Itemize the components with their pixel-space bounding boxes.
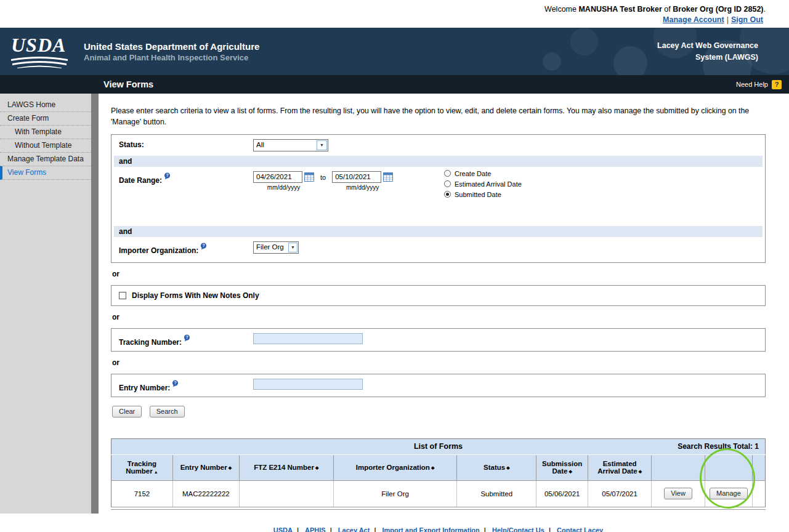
svg-text:?: ?: [203, 243, 205, 248]
results-table: List of Forms Search Results Total: 1 Tr…: [111, 438, 766, 507]
new-notes-checkbox[interactable]: [119, 292, 126, 299]
sidebar-item-manage-template-data[interactable]: Manage Template Data: [0, 153, 91, 166]
sort-icon: ◆: [315, 465, 318, 470]
footer-separator: |: [297, 526, 299, 532]
help-icon[interactable]: ?: [200, 243, 207, 250]
tracking-number-input[interactable]: [253, 333, 363, 344]
calendar-icon[interactable]: [383, 172, 393, 182]
date-range-label: Date Range:?: [119, 171, 253, 185]
search-button[interactable]: Search: [150, 406, 185, 417]
new-notes-checkbox-label: Display Forms With New Notes Only: [132, 291, 259, 300]
date-type-radio-group: Create Date Estimated Arrival Date Submi…: [444, 170, 522, 201]
main-content: Please enter search criteria to view a l…: [99, 94, 789, 514]
date-to-input[interactable]: [332, 171, 381, 183]
sign-out-link[interactable]: Sign Out: [731, 15, 763, 24]
footer-link-usda[interactable]: USDA: [273, 526, 293, 532]
entry-number-box: Entry Number:?: [111, 374, 766, 397]
page-title: View Forms: [103, 79, 153, 89]
column-header-status[interactable]: Status◆: [457, 454, 536, 480]
sort-asc-icon: ▲: [154, 470, 158, 474]
footer-link-help-contact-us[interactable]: Help/Contact Us: [492, 526, 544, 532]
footer-link-lacey-act[interactable]: Lacey Act: [338, 526, 370, 532]
footer-link-aphis[interactable]: APHIS: [305, 526, 326, 532]
sidebar-item-lawgs-home[interactable]: LAWGS Home: [0, 99, 91, 112]
help-icon[interactable]: ?: [184, 334, 190, 342]
table-row: 7152 MAC22222222 Filer Org Submitted 05/…: [111, 480, 766, 507]
sidebar-item-create-form[interactable]: Create Form: [0, 112, 91, 126]
sort-icon: ◆: [229, 465, 232, 470]
or-label: or: [112, 358, 764, 367]
radio-icon: [444, 191, 451, 198]
cell-submission-date: 05/06/2021: [536, 480, 588, 507]
tracking-number-label: Tracking Number:?: [119, 333, 253, 347]
svg-text:?: ?: [174, 381, 177, 385]
help-icon[interactable]: ?: [172, 380, 179, 387]
usda-stripes-icon: [11, 56, 68, 68]
footer-separator: |: [330, 526, 332, 532]
date-from-input[interactable]: [253, 171, 302, 183]
sidebar-item-with-template[interactable]: With Template: [0, 126, 91, 139]
column-header-estimated-arrival-date[interactable]: Estimated Arrival Date◆: [588, 454, 652, 480]
clear-button[interactable]: Clear: [112, 406, 142, 417]
search-criteria-box: Status: All ▼ and Date Range:?: [111, 134, 766, 263]
column-header-tracking-number[interactable]: Tracking Number▲: [111, 454, 173, 480]
sort-icon: ◆: [506, 465, 509, 470]
sidebar-item-without-template[interactable]: Without Template: [0, 139, 91, 153]
cell-estimated-arrival-date: 05/07/2021: [588, 480, 652, 507]
cell-status: Submitted: [457, 480, 536, 507]
view-button[interactable]: View: [664, 488, 692, 499]
manage-button[interactable]: Manage: [710, 488, 748, 499]
instructions-text: Please enter search criteria to view a l…: [111, 106, 766, 128]
results-total: Search Results Total: 1: [678, 442, 759, 451]
column-header-ftz-e214-number[interactable]: FTZ E214 Number◆: [239, 454, 333, 480]
form-actions: Clear Search: [112, 405, 764, 417]
radio-create-date[interactable]: Create Date: [444, 170, 522, 177]
footer-links: USDA| APHIS| Lacey Act| Import and Expor…: [111, 526, 766, 532]
welcome-message: Welcome MANUSHA Test Broker of Broker Or…: [0, 5, 766, 14]
cell-tracking-number: 7152: [111, 480, 173, 507]
footer-link-import-export-info[interactable]: Import and Export Information: [382, 526, 480, 532]
column-header-importer-organization[interactable]: Importer Organization◆: [333, 454, 457, 480]
calendar-icon[interactable]: [304, 172, 314, 182]
notes-filter-box: Display Forms With New Notes Only: [111, 285, 766, 306]
importer-select-value: Filer Org: [254, 242, 288, 253]
or-label: or: [112, 313, 764, 321]
results-title: List of Forms: [414, 442, 463, 451]
column-header-blank: [652, 454, 705, 480]
manage-account-link[interactable]: Manage Account: [663, 15, 724, 24]
radio-submitted-date[interactable]: Submitted Date: [444, 191, 522, 198]
usda-logo: USDA: [11, 35, 70, 68]
sidebar-item-view-forms[interactable]: View Forms: [0, 166, 91, 180]
chevron-down-icon: ▼: [317, 140, 327, 150]
date-to-group: mm/dd/yyyy: [332, 171, 393, 191]
cell-importer-organization: Filer Org: [333, 480, 457, 507]
radio-estimated-arrival-date[interactable]: Estimated Arrival Date: [444, 180, 522, 188]
footer-link-contact-lacey[interactable]: Contact Lacey: [557, 526, 603, 532]
department-name: United States Department of Agriculture: [84, 41, 259, 52]
help-button[interactable]: ?: [772, 80, 782, 89]
sort-icon: ◆: [639, 469, 642, 474]
column-header-submission-date[interactable]: Submission Date◆: [536, 454, 588, 480]
column-header-blank: [705, 454, 753, 480]
date-from-group: mm/dd/yyyy: [253, 171, 314, 191]
entry-number-input[interactable]: [253, 379, 363, 390]
decorative-bubble: [543, 52, 561, 71]
link-separator: |: [727, 15, 729, 24]
radio-icon: [444, 180, 451, 187]
agency-name: Animal and Plant Health Inspection Servi…: [84, 53, 259, 62]
column-header-entry-number[interactable]: Entry Number◆: [172, 454, 239, 480]
and-band: and: [114, 226, 763, 237]
app-header: USDA United States Department of Agricul…: [0, 28, 789, 75]
status-select[interactable]: All ▼: [253, 139, 328, 151]
help-icon[interactable]: ?: [164, 172, 171, 180]
to-label: to: [320, 174, 326, 181]
results-section: List of Forms Search Results Total: 1 Tr…: [111, 438, 766, 510]
sidebar-divider: [91, 94, 99, 514]
entry-number-label: Entry Number:?: [119, 379, 253, 392]
user-name: MANUSHA Test Broker: [578, 5, 662, 14]
importer-organization-select[interactable]: Filer Org ▼: [253, 241, 299, 254]
status-label: Status:: [119, 139, 253, 149]
title-bar: View Forms Need Help ?: [0, 75, 789, 94]
chevron-down-icon: ▼: [288, 243, 297, 252]
usda-logo-text: USDA: [11, 34, 66, 56]
